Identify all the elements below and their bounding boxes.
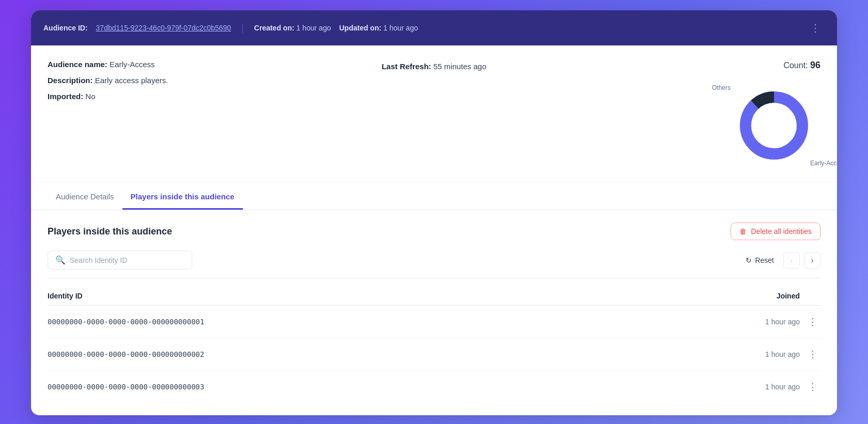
info-left: Audience name: Early-Access Description:… bbox=[48, 60, 305, 108]
table-row: 00000000-0000-0000-0000-000000000002 1 h… bbox=[48, 338, 820, 371]
card-header: Audience ID: 37dbd115-9223-46c0-979f-07d… bbox=[31, 10, 837, 45]
next-page-button[interactable]: › bbox=[804, 252, 820, 269]
search-box: 🔍 bbox=[48, 250, 192, 270]
identity-id-cell: 00000000-0000-0000-0000-000000000001 bbox=[48, 318, 717, 326]
table-row: 00000000-0000-0000-0000-000000000001 1 h… bbox=[48, 306, 820, 338]
reset-icon: ↻ bbox=[746, 256, 752, 264]
joined-cell: 1 hour ago bbox=[717, 383, 800, 391]
row-more-button[interactable]: ⋮ bbox=[805, 348, 820, 361]
table-header: Identity ID Joined bbox=[48, 287, 820, 306]
header-more-button[interactable]: ⋮ bbox=[806, 20, 825, 36]
pagination-controls: ↻ Reset ‹ › bbox=[740, 252, 820, 269]
joined-cell: 1 hour ago bbox=[717, 350, 800, 358]
imported-row: Imported: No bbox=[48, 92, 305, 101]
table-body: 00000000-0000-0000-0000-000000000001 1 h… bbox=[48, 306, 820, 403]
audience-id-value[interactable]: 37dbd115-9223-46c0-979f-07dc2c0b5690 bbox=[96, 24, 231, 32]
search-and-controls: 🔍 ↻ Reset ‹ › bbox=[48, 250, 820, 278]
info-center: Last Refresh: 55 minutes ago bbox=[305, 60, 563, 71]
col-header-identity-id: Identity ID bbox=[48, 292, 717, 300]
col-header-joined: Joined bbox=[717, 292, 800, 300]
joined-cell: 1 hour ago bbox=[717, 318, 800, 326]
donut-label-others: Others bbox=[712, 84, 731, 91]
row-more-button[interactable]: ⋮ bbox=[805, 315, 820, 328]
tab-players-inside[interactable]: Players inside this audience bbox=[122, 183, 243, 210]
donut-svg bbox=[733, 84, 815, 167]
row-actions-cell: ⋮ bbox=[800, 315, 820, 328]
audience-name-row: Audience name: Early-Access bbox=[48, 60, 305, 69]
main-card: Audience ID: 37dbd115-9223-46c0-979f-07d… bbox=[31, 10, 837, 415]
audience-id-label: Audience ID: bbox=[43, 24, 88, 32]
updated-on-meta: Updated on: 1 hour ago bbox=[339, 24, 418, 32]
search-icon: 🔍 bbox=[55, 255, 66, 265]
players-header: Players inside this audience 🗑 Delete al… bbox=[48, 223, 820, 240]
reset-button[interactable]: ↻ Reset bbox=[740, 253, 779, 268]
last-refresh: Last Refresh: 55 minutes ago bbox=[382, 62, 487, 71]
header-divider: | bbox=[241, 23, 244, 34]
identity-id-cell: 00000000-0000-0000-0000-000000000003 bbox=[48, 383, 717, 391]
donut-chart: Others Early-Access bbox=[727, 79, 820, 172]
row-actions-cell: ⋮ bbox=[800, 380, 820, 394]
tab-audience-details[interactable]: Audience Details bbox=[48, 183, 122, 210]
row-more-button[interactable]: ⋮ bbox=[805, 380, 820, 394]
players-title: Players inside this audience bbox=[48, 226, 172, 237]
prev-page-button[interactable]: ‹ bbox=[783, 252, 800, 269]
search-input[interactable] bbox=[70, 256, 184, 264]
row-actions-cell: ⋮ bbox=[800, 348, 820, 361]
players-section: Players inside this audience 🗑 Delete al… bbox=[31, 210, 837, 415]
count-label: Count: 96 bbox=[783, 60, 820, 71]
trash-icon: 🗑 bbox=[739, 227, 747, 235]
identity-id-cell: 00000000-0000-0000-0000-000000000002 bbox=[48, 350, 717, 358]
created-on-meta: Created on: 1 hour ago bbox=[254, 24, 331, 32]
svg-point-0 bbox=[746, 97, 802, 154]
info-section: Audience name: Early-Access Description:… bbox=[31, 45, 837, 183]
description-row: Description: Early access players. bbox=[48, 76, 305, 85]
tabs-section: Audience Details Players inside this aud… bbox=[31, 183, 837, 210]
table-row: 00000000-0000-0000-0000-000000000003 1 h… bbox=[48, 371, 820, 403]
info-right: Count: 96 Others Early-Access bbox=[563, 60, 820, 172]
delete-all-button[interactable]: 🗑 Delete all identities bbox=[731, 223, 820, 240]
